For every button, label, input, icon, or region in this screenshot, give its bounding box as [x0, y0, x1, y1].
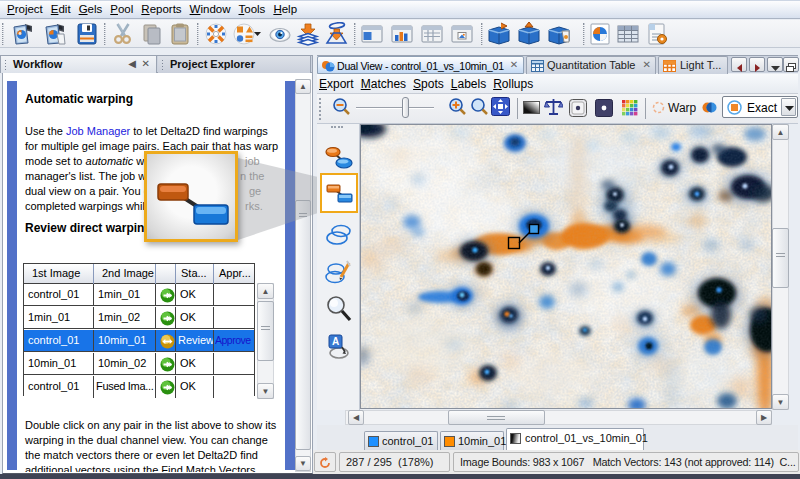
svg-text:A: A: [332, 336, 339, 347]
